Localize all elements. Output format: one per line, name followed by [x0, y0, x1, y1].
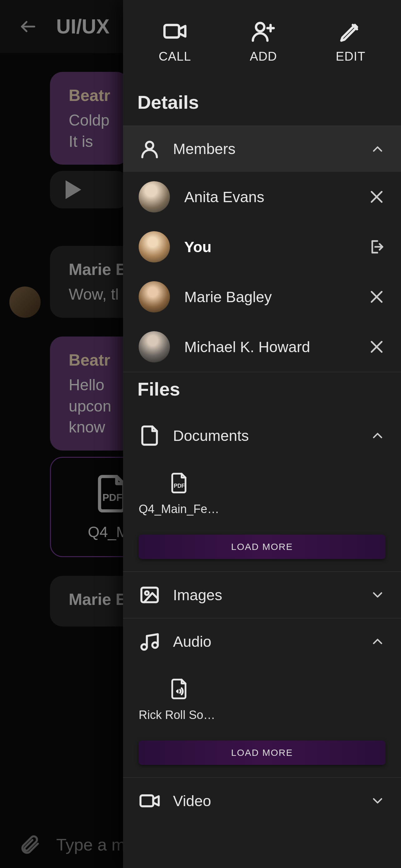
svg-text:PDF: PDF — [174, 483, 185, 489]
members-label: Members — [173, 140, 357, 157]
file-name: Q4_Main_Feat… — [139, 502, 220, 516]
member-name: Anita Evans — [184, 188, 354, 206]
message-sender: Marie E — [69, 588, 127, 610]
call-button[interactable]: CALL — [159, 19, 191, 63]
chevron-up-icon — [370, 428, 386, 443]
avatar[interactable] — [139, 331, 170, 363]
chevron-up-icon — [370, 141, 386, 157]
image-icon — [139, 584, 161, 606]
svg-text:PDF: PDF — [102, 492, 123, 503]
video-header[interactable]: Video — [123, 778, 401, 824]
files-title: Files — [123, 372, 401, 412]
member-name: Marie Bagley — [184, 288, 354, 306]
member-name: Michael K. Howard — [184, 338, 354, 355]
member-name: You — [184, 239, 354, 256]
message-text: Wow, tl — [69, 286, 119, 303]
svg-rect-20 — [140, 796, 153, 806]
message-text: Coldp It is — [69, 112, 110, 150]
documents-label: Documents — [173, 427, 357, 444]
pdf-icon: PDF — [170, 471, 189, 495]
document-icon — [139, 425, 161, 446]
leave-icon[interactable] — [368, 238, 386, 256]
add-button[interactable]: ADD — [250, 19, 277, 63]
audio-label: Audio — [173, 633, 357, 650]
file-name: Rick Roll Soun… — [139, 708, 220, 722]
load-more-label: LOAD MORE — [231, 747, 293, 758]
documents-grid: PDF Q4_Main_Feat… — [123, 459, 401, 531]
svg-marker-3 — [179, 26, 185, 36]
action-label: EDIT — [336, 50, 365, 63]
chevron-down-icon — [370, 587, 386, 603]
video-call-icon — [162, 19, 188, 44]
close-icon[interactable] — [368, 288, 386, 306]
pencil-icon — [338, 19, 363, 44]
message-sender: Beatr — [69, 84, 110, 106]
chevron-down-icon — [370, 793, 386, 809]
load-more-label: LOAD MORE — [231, 541, 293, 552]
documents-header[interactable]: Documents — [123, 412, 401, 459]
close-icon[interactable] — [368, 188, 386, 206]
details-panel: CALL ADD EDIT Details Members Anita Evan… — [123, 0, 401, 868]
svg-point-4 — [256, 23, 265, 31]
avatar[interactable] — [139, 181, 170, 213]
panel-actions: CALL ADD EDIT — [123, 0, 401, 85]
file-item[interactable]: PDF Q4_Main_Feat… — [139, 471, 220, 516]
video-icon — [139, 790, 161, 812]
svg-rect-2 — [165, 25, 179, 37]
images-header[interactable]: Images — [123, 572, 401, 618]
svg-marker-21 — [153, 796, 159, 805]
message-sender: Marie E — [69, 258, 127, 280]
file-item[interactable]: Rick Roll Soun… — [139, 677, 220, 722]
play-icon[interactable] — [66, 180, 81, 199]
load-more-documents[interactable]: LOAD MORE — [139, 535, 386, 559]
members-header[interactable]: Members — [123, 126, 401, 172]
add-person-icon — [251, 19, 276, 44]
chevron-up-icon — [370, 634, 386, 649]
attachment-icon[interactable] — [19, 834, 41, 856]
details-title: Details — [123, 85, 401, 126]
edit-button[interactable]: EDIT — [336, 19, 365, 63]
audio-file-icon — [170, 677, 189, 701]
message-text: Hello upcon know — [69, 376, 111, 436]
svg-point-7 — [146, 142, 153, 149]
music-icon — [139, 630, 161, 652]
member-row[interactable]: Anita Evans — [123, 172, 401, 222]
person-icon — [139, 138, 161, 160]
action-label: CALL — [159, 50, 191, 63]
close-icon[interactable] — [368, 338, 386, 355]
avatar[interactable] — [139, 281, 170, 312]
audio-header[interactable]: Audio — [123, 618, 401, 664]
member-row[interactable]: Marie Bagley — [123, 272, 401, 322]
voice-message[interactable] — [50, 171, 129, 208]
avatar[interactable] — [139, 231, 170, 262]
member-row-you[interactable]: You — [123, 222, 401, 272]
avatar[interactable] — [9, 286, 41, 318]
video-label: Video — [173, 793, 357, 810]
message-bubble[interactable]: Beatr Coldp It is — [50, 72, 129, 165]
member-row[interactable]: Michael K. Howard — [123, 322, 401, 372]
audio-grid: Rick Roll Soun… — [123, 664, 401, 737]
chat-title: UI/UX — [56, 15, 110, 38]
svg-point-17 — [145, 591, 149, 595]
images-label: Images — [173, 587, 357, 604]
load-more-audio[interactable]: LOAD MORE — [139, 741, 386, 765]
action-label: ADD — [250, 50, 277, 63]
back-arrow-icon[interactable] — [19, 17, 37, 36]
